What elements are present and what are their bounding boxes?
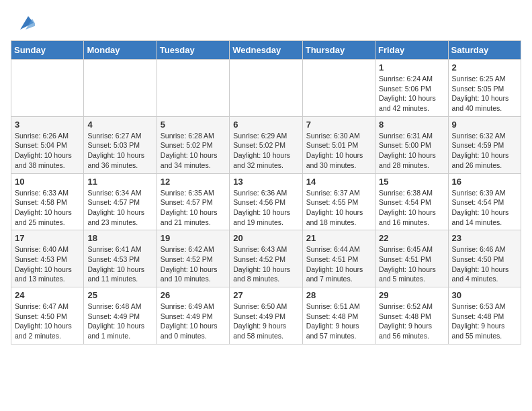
day-info: Sunrise: 6:50 AM Sunset: 4:49 PM Dayligh… [233,302,298,341]
day-cell: 22Sunrise: 6:45 AM Sunset: 4:51 PM Dayli… [375,230,448,287]
week-row-3: 10Sunrise: 6:33 AM Sunset: 4:58 PM Dayli… [11,173,521,230]
calendar-header: SundayMondayTuesdayWednesdayThursdayFrid… [11,41,521,60]
day-cell: 13Sunrise: 6:36 AM Sunset: 4:56 PM Dayli… [230,173,302,230]
day-info: Sunrise: 6:51 AM Sunset: 4:48 PM Dayligh… [306,302,371,341]
day-number: 17 [15,233,80,243]
day-cell: 25Sunrise: 6:48 AM Sunset: 4:49 PM Dayli… [84,287,157,345]
weekday-header-row: SundayMondayTuesdayWednesdayThursdayFrid… [11,41,521,60]
day-info: Sunrise: 6:40 AM Sunset: 4:53 PM Dayligh… [15,244,80,284]
day-cell: 29Sunrise: 6:52 AM Sunset: 4:48 PM Dayli… [375,287,448,345]
day-cell: 30Sunrise: 6:53 AM Sunset: 4:48 PM Dayli… [448,287,521,345]
day-info: Sunrise: 6:41 AM Sunset: 4:53 PM Dayligh… [87,244,152,284]
day-cell [157,60,229,117]
day-number: 2 [452,62,517,73]
day-number: 8 [379,120,444,130]
day-info: Sunrise: 6:29 AM Sunset: 5:02 PM Dayligh… [233,131,298,171]
day-cell: 7Sunrise: 6:30 AM Sunset: 5:01 PM Daylig… [302,116,375,173]
day-cell: 4Sunrise: 6:27 AM Sunset: 5:03 PM Daylig… [84,116,157,173]
day-info: Sunrise: 6:48 AM Sunset: 4:49 PM Dayligh… [87,302,152,341]
day-cell: 21Sunrise: 6:44 AM Sunset: 4:51 PM Dayli… [302,230,375,287]
day-number: 4 [87,120,152,130]
day-number: 25 [87,290,152,300]
weekday-header-monday: Monday [84,41,157,60]
day-number: 23 [452,233,517,243]
day-cell: 26Sunrise: 6:49 AM Sunset: 4:49 PM Dayli… [157,287,229,345]
day-number: 7 [306,120,371,130]
day-number: 6 [233,120,298,130]
week-row-4: 17Sunrise: 6:40 AM Sunset: 4:53 PM Dayli… [11,230,521,287]
day-info: Sunrise: 6:42 AM Sunset: 4:52 PM Dayligh… [161,244,226,284]
day-number: 28 [306,290,371,300]
day-cell: 28Sunrise: 6:51 AM Sunset: 4:48 PM Dayli… [302,287,375,345]
day-info: Sunrise: 6:49 AM Sunset: 4:49 PM Dayligh… [161,302,226,341]
day-info: Sunrise: 6:34 AM Sunset: 4:57 PM Dayligh… [87,188,152,228]
day-number: 16 [452,177,517,187]
day-cell: 11Sunrise: 6:34 AM Sunset: 4:57 PM Dayli… [84,173,157,230]
day-cell: 18Sunrise: 6:41 AM Sunset: 4:53 PM Dayli… [84,230,157,287]
day-cell: 20Sunrise: 6:43 AM Sunset: 4:52 PM Dayli… [230,230,302,287]
day-cell: 2Sunrise: 6:25 AM Sunset: 5:05 PM Daylig… [448,60,521,117]
day-info: Sunrise: 6:53 AM Sunset: 4:48 PM Dayligh… [452,302,517,341]
day-number: 24 [15,290,80,300]
day-info: Sunrise: 6:27 AM Sunset: 5:03 PM Dayligh… [87,131,152,171]
day-cell: 24Sunrise: 6:47 AM Sunset: 4:50 PM Dayli… [11,287,84,345]
day-cell: 14Sunrise: 6:37 AM Sunset: 4:55 PM Dayli… [302,173,375,230]
logo [11,11,35,32]
weekday-header-saturday: Saturday [448,41,521,60]
header [11,11,521,32]
day-info: Sunrise: 6:32 AM Sunset: 4:59 PM Dayligh… [452,131,517,171]
day-info: Sunrise: 6:52 AM Sunset: 4:48 PM Dayligh… [379,302,444,341]
day-info: Sunrise: 6:30 AM Sunset: 5:01 PM Dayligh… [306,131,371,171]
day-cell: 16Sunrise: 6:39 AM Sunset: 4:54 PM Dayli… [448,173,521,230]
day-number: 27 [233,290,298,300]
day-number: 10 [15,177,80,187]
day-cell [84,60,157,117]
day-number: 19 [161,233,226,243]
day-info: Sunrise: 6:43 AM Sunset: 4:52 PM Dayligh… [233,244,298,284]
logo-icon [13,11,35,32]
day-number: 5 [161,120,226,130]
week-row-2: 3Sunrise: 6:26 AM Sunset: 5:04 PM Daylig… [11,116,521,173]
weekday-header-friday: Friday [375,41,448,60]
day-cell: 12Sunrise: 6:35 AM Sunset: 4:57 PM Dayli… [157,173,229,230]
day-cell: 23Sunrise: 6:46 AM Sunset: 4:50 PM Dayli… [448,230,521,287]
day-info: Sunrise: 6:33 AM Sunset: 4:58 PM Dayligh… [15,188,80,228]
day-cell: 15Sunrise: 6:38 AM Sunset: 4:54 PM Dayli… [375,173,448,230]
day-info: Sunrise: 6:25 AM Sunset: 5:05 PM Dayligh… [452,74,517,113]
day-cell [11,60,84,117]
calendar: SundayMondayTuesdayWednesdayThursdayFrid… [11,40,521,345]
day-number: 22 [379,233,444,243]
day-number: 3 [15,120,80,130]
day-info: Sunrise: 6:24 AM Sunset: 5:06 PM Dayligh… [379,74,444,113]
weekday-header-tuesday: Tuesday [157,41,229,60]
day-info: Sunrise: 6:37 AM Sunset: 4:55 PM Dayligh… [306,188,371,228]
day-info: Sunrise: 6:28 AM Sunset: 5:02 PM Dayligh… [161,131,226,171]
weekday-header-sunday: Sunday [11,41,84,60]
day-number: 1 [379,62,444,73]
day-info: Sunrise: 6:35 AM Sunset: 4:57 PM Dayligh… [161,188,226,228]
day-number: 29 [379,290,444,300]
day-cell: 1Sunrise: 6:24 AM Sunset: 5:06 PM Daylig… [375,60,448,117]
day-cell: 27Sunrise: 6:50 AM Sunset: 4:49 PM Dayli… [230,287,302,345]
day-info: Sunrise: 6:44 AM Sunset: 4:51 PM Dayligh… [306,244,371,284]
calendar-body: 1Sunrise: 6:24 AM Sunset: 5:06 PM Daylig… [11,60,521,345]
day-number: 12 [161,177,226,187]
day-info: Sunrise: 6:36 AM Sunset: 4:56 PM Dayligh… [233,188,298,228]
day-cell: 10Sunrise: 6:33 AM Sunset: 4:58 PM Dayli… [11,173,84,230]
week-row-1: 1Sunrise: 6:24 AM Sunset: 5:06 PM Daylig… [11,60,521,117]
day-cell: 17Sunrise: 6:40 AM Sunset: 4:53 PM Dayli… [11,230,84,287]
day-number: 15 [379,177,444,187]
day-number: 26 [161,290,226,300]
day-info: Sunrise: 6:46 AM Sunset: 4:50 PM Dayligh… [452,244,517,284]
day-info: Sunrise: 6:45 AM Sunset: 4:51 PM Dayligh… [379,244,444,284]
day-number: 11 [87,177,152,187]
day-cell: 6Sunrise: 6:29 AM Sunset: 5:02 PM Daylig… [230,116,302,173]
day-cell [302,60,375,117]
day-cell: 9Sunrise: 6:32 AM Sunset: 4:59 PM Daylig… [448,116,521,173]
day-cell: 8Sunrise: 6:31 AM Sunset: 5:00 PM Daylig… [375,116,448,173]
day-info: Sunrise: 6:39 AM Sunset: 4:54 PM Dayligh… [452,188,517,228]
day-info: Sunrise: 6:47 AM Sunset: 4:50 PM Dayligh… [15,302,80,341]
day-number: 18 [87,233,152,243]
day-number: 13 [233,177,298,187]
weekday-header-wednesday: Wednesday [230,41,302,60]
